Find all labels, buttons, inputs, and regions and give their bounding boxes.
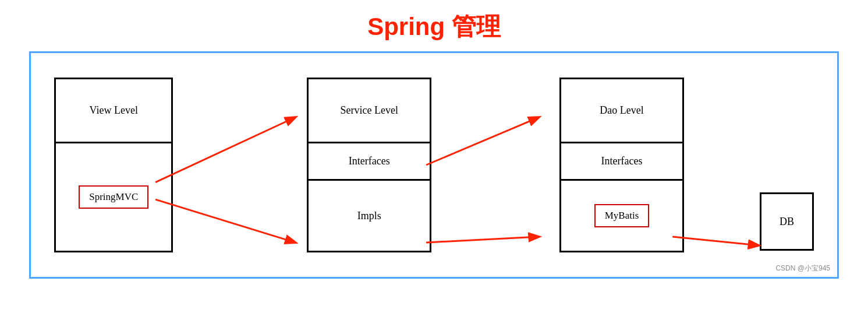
db-box: DB [760, 192, 814, 251]
svg-line-5 [672, 237, 758, 245]
svg-line-1 [155, 117, 295, 182]
view-level-content: SpringMVC [56, 143, 171, 251]
dao-interfaces-label: Interfaces [561, 143, 682, 181]
watermark: CSDN @小宝945 [775, 264, 830, 273]
diagram-area: View Level SpringMVC Service Level Inter… [31, 53, 837, 277]
page-title: Spring 管理 [0, 0, 868, 51]
view-level-box: View Level SpringMVC [54, 78, 173, 252]
outer-container: View Level SpringMVC Service Level Inter… [29, 51, 839, 279]
dao-level-box: Dao Level Interfaces MyBatis [559, 78, 684, 252]
service-level-box: Service Level Interfaces Impls [307, 78, 431, 252]
mybatis-box: MyBatis [594, 204, 650, 227]
springmvc-box: SpringMVC [79, 185, 148, 209]
svg-line-2 [155, 199, 295, 243]
view-level-label: View Level [56, 79, 171, 143]
service-impls-label: Impls [309, 181, 430, 251]
service-interfaces-label: Interfaces [309, 143, 430, 181]
svg-line-4 [426, 237, 538, 243]
dao-content: MyBatis [561, 181, 682, 251]
svg-line-3 [426, 117, 538, 165]
dao-level-label: Dao Level [561, 79, 682, 143]
service-level-label: Service Level [309, 79, 430, 143]
